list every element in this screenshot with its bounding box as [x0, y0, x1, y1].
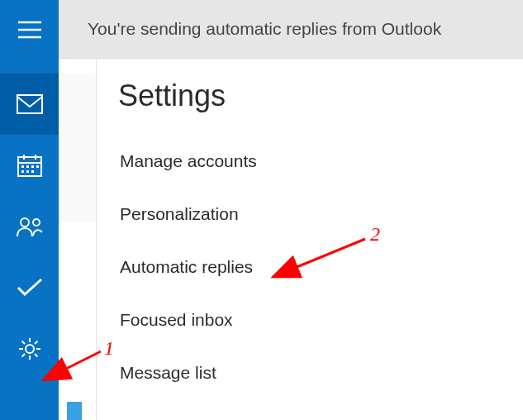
settings-item-message-list[interactable]: Message list	[118, 346, 523, 399]
svg-rect-12	[21, 170, 24, 173]
svg-point-17	[26, 345, 34, 353]
svg-rect-8	[21, 165, 24, 168]
settings-item-personalization[interactable]: Personalization	[118, 188, 523, 241]
settings-panel: Settings Manage accounts Personalization…	[97, 59, 523, 420]
svg-line-25	[21, 354, 25, 357]
svg-line-23	[35, 354, 38, 357]
check-icon	[17, 278, 43, 298]
svg-rect-3	[17, 95, 42, 113]
mail-icon	[17, 94, 43, 114]
hamburger-button[interactable]	[0, 0, 59, 59]
sidebar-calendar-button[interactable]	[0, 135, 59, 196]
calendar-icon	[17, 154, 42, 177]
settings-item-manage-accounts[interactable]: Manage accounts	[118, 135, 523, 188]
mail-list-column	[59, 59, 97, 420]
svg-point-16	[33, 219, 40, 226]
selection-indicator	[67, 402, 82, 420]
svg-rect-11	[36, 165, 39, 168]
settings-item-focused-inbox[interactable]: Focused inbox	[118, 294, 523, 346]
svg-point-15	[21, 218, 29, 227]
hamburger-menu-icon	[18, 21, 41, 39]
svg-rect-13	[26, 170, 29, 173]
sidebar-people-button[interactable]	[0, 196, 59, 257]
svg-rect-10	[31, 165, 34, 168]
svg-line-24	[35, 341, 38, 345]
sidebar-check-button[interactable]	[0, 257, 59, 318]
people-icon	[16, 216, 44, 237]
settings-title: Settings	[118, 79, 523, 113]
svg-line-22	[21, 341, 25, 345]
sidebar-settings-button[interactable]	[0, 318, 59, 379]
sidebar-mail-button[interactable]	[0, 74, 59, 135]
settings-item-automatic-replies[interactable]: Automatic replies	[118, 241, 523, 294]
svg-rect-9	[26, 165, 29, 168]
gear-icon	[17, 336, 42, 361]
auto-reply-banner: You're sending automatic replies from Ou…	[59, 0, 523, 59]
app-sidebar	[0, 0, 59, 420]
banner-text: You're sending automatic replies from Ou…	[88, 19, 441, 39]
svg-rect-14	[31, 170, 34, 173]
